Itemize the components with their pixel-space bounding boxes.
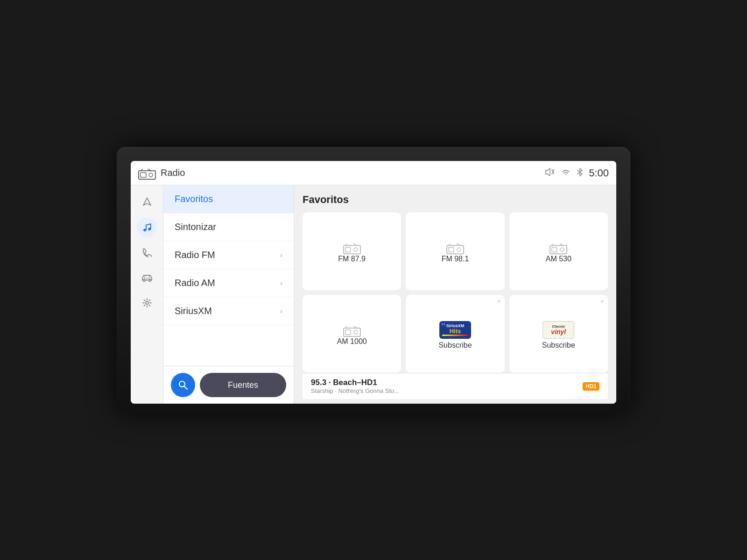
svg-rect-13: [345, 247, 351, 252]
sidebar-item-phone[interactable]: [137, 242, 157, 263]
nav-bottom: Fuentes: [163, 366, 294, 404]
content-panel: Favoritos FM 87.9: [294, 185, 616, 404]
mute-icon: [545, 168, 555, 178]
fav-tile-sirius-hits[interactable]: ÷ 11 SiriusXM Hits Subscribe: [406, 295, 504, 373]
svg-line-11: [184, 386, 187, 389]
now-playing-track: Starship · Nothing's Gonna Sto...: [311, 387, 399, 394]
search-button[interactable]: [171, 373, 195, 397]
svg-rect-28: [345, 330, 351, 335]
svg-point-10: [179, 381, 185, 387]
top-bar-right: 5:00: [545, 167, 609, 179]
sidebar-item-navigation[interactable]: [137, 192, 157, 212]
wifi-icon: [561, 168, 571, 177]
fav-label-classic-vinyl: Subscribe: [542, 341, 575, 350]
fav-label-sirius-hits: Subscribe: [438, 341, 472, 350]
svg-point-2: [149, 173, 153, 177]
bluetooth-icon: [577, 168, 583, 179]
fav-tile-fm879[interactable]: FM 87.9: [303, 212, 401, 290]
now-playing-station: 95.3 · Beach–HD1: [311, 378, 399, 387]
nav-item-radio-am[interactable]: Radio AM ›: [163, 269, 294, 297]
classic-vinyl-pin-icon: ÷: [600, 298, 604, 305]
classic-vinyl-logo: Classic vinyl: [542, 321, 575, 339]
screen-body: Favoritos Sintonizar Radio FM › Radio AM…: [131, 185, 616, 404]
header-title: Radio: [161, 168, 185, 178]
clock-display: 5:00: [589, 167, 609, 179]
fav-radio-icon-am1000: [343, 324, 361, 337]
now-playing-bar[interactable]: 95.3 · Beach–HD1 Starship · Nothing's Go…: [303, 373, 608, 399]
radio-fm-chevron: ›: [280, 251, 282, 259]
radio-am-chevron: ›: [280, 279, 282, 287]
svg-point-8: [148, 280, 151, 282]
sidebar-item-settings[interactable]: [137, 293, 157, 313]
siriusxm-chevron: ›: [280, 307, 282, 315]
content-title: Favoritos: [303, 194, 608, 206]
favorites-grid: FM 87.9 FM 98.1: [303, 212, 608, 373]
nav-item-favoritos[interactable]: Favoritos: [163, 185, 294, 213]
top-bar: Radio: [131, 161, 616, 185]
sirius-hits-logo: 11 SiriusXM Hits: [439, 321, 472, 339]
svg-rect-18: [449, 247, 454, 252]
svg-point-19: [457, 248, 461, 252]
sirius-hits-pin-icon: ÷: [497, 298, 501, 305]
fav-label-am1000: AM 1000: [337, 337, 367, 346]
svg-point-7: [143, 280, 145, 282]
svg-rect-1: [141, 173, 146, 177]
sidebar-icons: [131, 185, 163, 404]
fav-tile-fm981[interactable]: FM 98.1: [406, 212, 504, 290]
fuentes-button[interactable]: Fuentes: [200, 373, 286, 397]
fav-label-fm879: FM 87.9: [338, 255, 366, 263]
svg-point-24: [560, 248, 564, 252]
fav-tile-classic-vinyl[interactable]: ÷ Classic vinyl Subscribe: [509, 295, 608, 373]
sidebar-item-car[interactable]: [137, 267, 157, 288]
fav-tile-am1000[interactable]: AM 1000: [303, 295, 401, 373]
now-playing-info: 95.3 · Beach–HD1 Starship · Nothing's Go…: [311, 378, 399, 394]
fav-label-am530: AM 530: [546, 255, 571, 263]
svg-point-9: [146, 301, 148, 304]
hd-badge: HD1: [583, 382, 599, 391]
nav-item-sintonizar[interactable]: Sintonizar: [163, 213, 294, 241]
fav-radio-icon-am530: [550, 242, 567, 255]
nav-item-radio-fm[interactable]: Radio FM ›: [163, 241, 294, 269]
fav-label-fm981: FM 98.1: [442, 255, 469, 263]
svg-rect-23: [552, 247, 557, 252]
svg-point-29: [354, 330, 358, 334]
sidebar-item-music[interactable]: [137, 217, 157, 238]
radio-header-icon: [138, 167, 156, 180]
svg-point-14: [354, 248, 358, 252]
fav-radio-icon-fm879: [343, 242, 361, 255]
top-bar-left: Radio: [138, 167, 185, 180]
nav-item-siriusxm[interactable]: SiriusXM ›: [163, 297, 294, 325]
fav-radio-icon-fm981: [446, 242, 464, 255]
fav-tile-am530[interactable]: AM 530: [509, 212, 608, 290]
nav-panel: Favoritos Sintonizar Radio FM › Radio AM…: [163, 185, 294, 404]
